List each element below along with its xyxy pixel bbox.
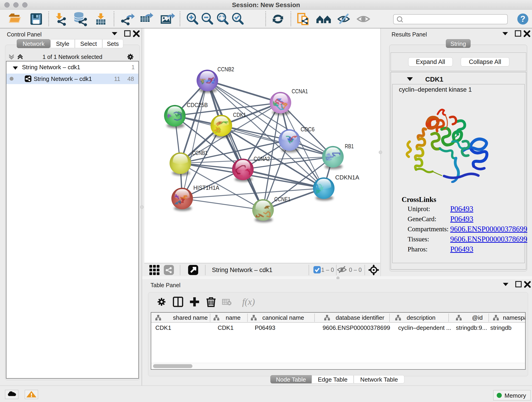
svg-text:name: name xyxy=(226,314,241,321)
svg-text:namespace: namespace xyxy=(503,314,525,321)
svg-text:CDC25B: CDC25B xyxy=(187,102,208,108)
svg-text:shared name: shared name xyxy=(173,314,208,321)
svg-text:HIST1H1A: HIST1H1A xyxy=(193,185,219,191)
svg-text:description: description xyxy=(407,314,436,321)
svg-text:CCNA2: CCNA2 xyxy=(254,156,270,162)
svg-text:String Network – cdk1: String Network – cdk1 xyxy=(212,267,272,274)
svg-text:CCNA1: CCNA1 xyxy=(292,88,308,95)
svg-text:CCNB2: CCNB2 xyxy=(217,66,234,72)
svg-text:CDK1: CDK1 xyxy=(233,112,246,118)
svg-text:database identifier: database identifier xyxy=(336,314,385,321)
svg-text:CCNE1: CCNE1 xyxy=(274,196,291,202)
svg-text:1 of 1 Network selected: 1 of 1 Network selected xyxy=(42,54,102,60)
svg-text:?: ? xyxy=(520,14,525,24)
svg-text:@id: @id xyxy=(472,314,483,321)
svg-text:CDC6: CDC6 xyxy=(301,126,315,133)
svg-text:RB1: RB1 xyxy=(345,143,354,149)
svg-text:CDKN1A: CDKN1A xyxy=(335,174,359,181)
svg-text:0 – 0: 0 – 0 xyxy=(349,267,362,273)
svg-text:canonical name: canonical name xyxy=(262,314,304,321)
svg-text:f(x): f(x) xyxy=(242,297,255,307)
svg-text:CCNB1: CCNB1 xyxy=(192,150,208,156)
svg-text:1 – 0: 1 – 0 xyxy=(321,267,334,273)
